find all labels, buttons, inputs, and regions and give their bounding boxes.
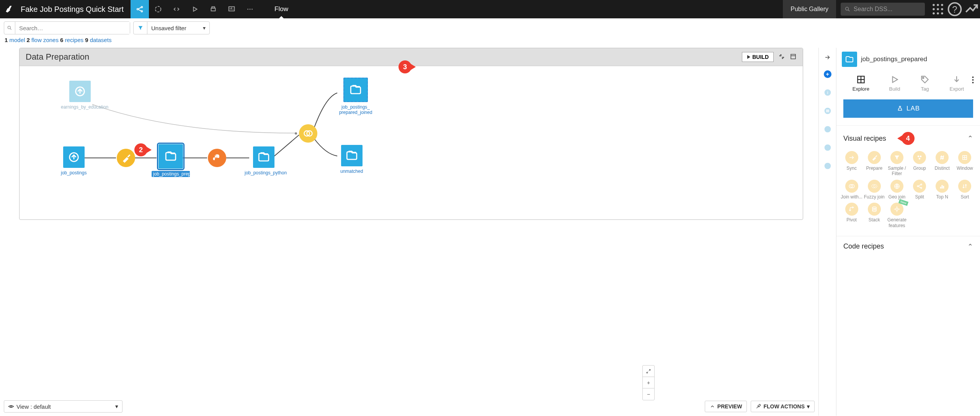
svg-line-3 [138,7,141,9]
zoom-in-button[interactable]: + [643,377,654,388]
svg-point-102 [896,208,898,210]
logo-icon[interactable] [0,0,18,18]
code-recipes-header[interactable]: Code recipes ⌃ [836,238,980,255]
svg-line-30 [10,29,11,30]
rail-list-icon[interactable] [824,107,831,115]
model-count: 1 [5,37,8,43]
public-gallery-button[interactable]: Public Gallery [783,0,836,18]
global-search[interactable] [841,3,925,16]
action-explore[interactable]: Explore [853,75,869,92]
action-export[interactable]: Export [950,75,964,92]
recipe-sort[interactable]: Sort [954,178,976,201]
recipe-geo-join[interactable]: Geo join [885,178,908,201]
recipe-sync[interactable]: Sync [840,150,863,178]
rail-lab-icon[interactable] [824,144,831,151]
recipe-stack[interactable]: Stack [863,201,885,230]
tab-play-icon[interactable] [186,0,204,18]
global-search-input[interactable] [854,6,921,13]
svg-rect-95 [942,185,943,188]
visual-recipes-header[interactable]: Visual recipes 4 ⌃ [836,127,980,150]
zoom-fit-button[interactable] [643,366,654,377]
grid-icon [856,75,866,84]
svg-point-23 [941,8,943,10]
svg-rect-94 [940,187,941,188]
rail-add-icon[interactable]: + [824,70,831,78]
recipe-python[interactable] [208,149,226,167]
zoom-controls: + − [642,365,655,400]
recipe-sample-filter[interactable]: Sample / Filter [885,150,908,178]
flow-actions-button[interactable]: FLOW ACTIONS ▾ [751,401,815,412]
activity-icon[interactable] [963,0,980,18]
dataset-job-postings-prepared[interactable]: job_postings_prepared [152,144,190,177]
rail-chat-icon[interactable] [824,125,831,133]
tab-print-icon[interactable] [204,0,222,18]
dataset-earnings-by-education[interactable]: earnings_by_education [61,81,99,110]
svg-marker-67 [893,76,898,82]
svg-point-48 [215,155,216,156]
node-label: job_postings_python [245,170,283,176]
model-link[interactable]: model [10,37,25,43]
canvas[interactable]: earnings_by_education job_postings job_p… [20,66,803,219]
recipe-split[interactable]: Split [908,178,931,201]
recipe-fuzzy-join[interactable]: Fuzzy join [863,178,885,201]
svg-rect-8 [212,7,214,8]
lab-button[interactable]: LAB [843,99,973,118]
preview-button[interactable]: PREVIEW [705,401,747,412]
flow-canvas-area[interactable]: Data Preparation BUILD [0,48,818,416]
node-label: unmatched [340,169,363,174]
svg-point-74 [918,156,920,158]
recipe-join[interactable] [299,124,317,143]
project-title[interactable]: Fake Job Postings Quick Start [18,5,131,14]
build-button[interactable]: BUILD [742,52,774,62]
tab-flow[interactable] [131,0,149,18]
annotation-callout-2: 2 [134,143,147,156]
flow-search-input[interactable] [15,22,130,34]
svg-point-90 [921,184,922,185]
recipe-join[interactable]: Join with... [840,178,863,201]
eye-icon [8,403,14,410]
dataset-unmatched[interactable]: unmatched [340,145,363,174]
recipe-distinct[interactable]: Distinct [931,150,954,178]
svg-point-1 [141,6,143,8]
fullscreen-icon[interactable] [790,53,797,61]
dataset-job-postings[interactable]: job_postings [61,146,87,176]
apps-icon[interactable] [929,0,946,18]
svg-point-18 [933,4,935,6]
help-icon[interactable]: ? [946,0,963,18]
collapse-icon[interactable] [778,53,785,61]
recipe-generate-features[interactable]: NewGenerate features [885,201,908,230]
flow-breadcrumb-label[interactable]: Flow [274,5,288,13]
zones-link[interactable]: flow zones [31,37,59,43]
recipe-prepare[interactable]: Prepare [863,150,885,178]
recipe-topn[interactable]: Top N [931,178,954,201]
view-dropdown[interactable]: View : default ▾ [4,400,122,413]
filter-dropdown[interactable]: Unsaved filter ▾ [133,21,210,34]
expand-arrow-icon[interactable] [824,54,831,62]
filter-icon [134,22,147,34]
svg-point-62 [824,145,831,151]
recipe-prepare[interactable] [117,149,135,167]
datasets-count: 9 [85,37,88,43]
recipe-pivot[interactable]: Pivot [840,201,863,230]
recipes-link[interactable]: recipes [65,37,83,43]
dataset-job-postings-python[interactable]: job_postings_python [245,146,283,176]
zones-count: 2 [27,37,30,43]
zone-title: Data Preparation [26,52,742,62]
zoom-out-button[interactable]: − [643,388,654,400]
tab-dashboard-icon[interactable] [222,0,241,18]
recipe-group[interactable]: Group [908,150,931,178]
topbar: Fake Job Postings Quick Start Flow Publi… [0,0,980,18]
tab-code-icon[interactable] [167,0,186,18]
dataset-job-postings-prepared-joined[interactable]: job_postings_prepared_joined [336,78,375,115]
flow-search[interactable] [4,21,130,34]
action-more-icon[interactable] [972,76,974,85]
datasets-link[interactable]: datasets [90,37,112,43]
action-tag[interactable]: Tag [920,75,930,92]
recipe-window[interactable]: Window [954,150,976,178]
rail-history-icon[interactable] [824,162,831,170]
tab-loop-icon[interactable] [149,0,167,18]
rail-info-icon[interactable]: i [824,89,831,96]
tab-more-icon[interactable] [241,0,259,18]
action-build[interactable]: Build [889,75,900,92]
svg-point-68 [923,77,924,78]
